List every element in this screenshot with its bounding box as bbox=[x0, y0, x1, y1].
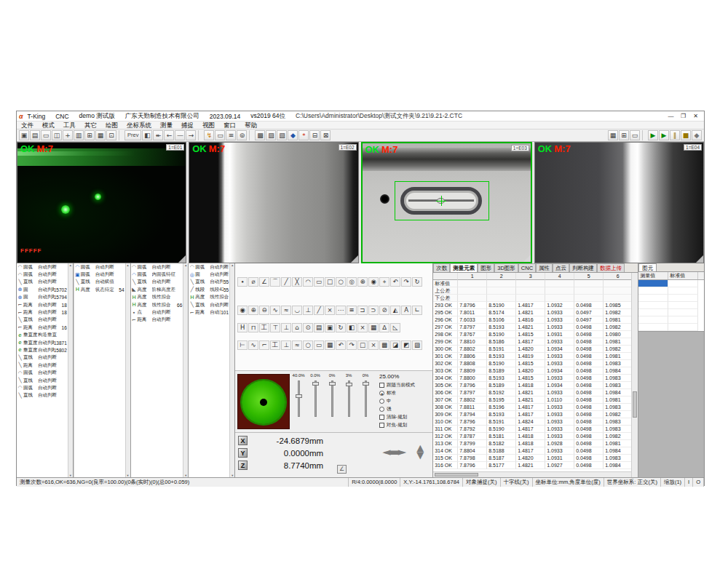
search-icon[interactable]: ⊚ bbox=[237, 130, 247, 140]
window-split-icon[interactable]: ◫ bbox=[52, 130, 62, 140]
table-row[interactable]: 303 OK7.88098.51891.48201.09340.04981.09… bbox=[433, 367, 631, 375]
tool-icon[interactable]: ↷ bbox=[347, 340, 357, 350]
close-button[interactable]: ✕ bbox=[689, 111, 702, 121]
camera-view-1[interactable]: OK M:7 1=E01 FFFFF bbox=[17, 142, 186, 263]
tool-icon[interactable]: ↻ bbox=[412, 277, 422, 287]
table-row[interactable]: 302 OK7.88088.51901.48151.09330.04981.09… bbox=[433, 360, 631, 367]
column-header[interactable]: 1 bbox=[458, 273, 487, 280]
tool-icon[interactable]: ▭ bbox=[314, 277, 324, 287]
tool-icon[interactable]: ⊖ bbox=[259, 306, 269, 315]
scrollbar-thumb[interactable] bbox=[633, 391, 637, 418]
table-row[interactable]: 297 OK7.87978.51931.48211.09330.04981.09… bbox=[433, 324, 631, 331]
pattern-icon[interactable]: ▩ bbox=[255, 130, 265, 140]
rewind-icon[interactable]: ↞ bbox=[153, 130, 163, 140]
slider-track[interactable] bbox=[314, 380, 317, 417]
table-row[interactable]: 298 OK7.87678.51901.48151.09310.04981.09… bbox=[433, 331, 631, 338]
table-row[interactable]: 307 OK7.88028.51951.48211.01100.04981.09… bbox=[433, 396, 631, 404]
table-row[interactable]: 299 OK7.88108.51861.48171.09330.04981.09… bbox=[433, 338, 631, 346]
feature-row[interactable]: ⌐距离自动判断101 bbox=[189, 308, 229, 316]
table-row[interactable]: 293 OK7.87968.51901.48171.09320.04981.09… bbox=[433, 302, 631, 309]
table-row[interactable]: 300 OK7.88028.51911.48201.09340.04981.09… bbox=[433, 346, 631, 353]
diamond-icon[interactable]: ◆ bbox=[288, 130, 298, 140]
stop-icon[interactable]: ■ bbox=[681, 130, 691, 140]
status-segment[interactable]: O bbox=[693, 478, 704, 487]
target-icon[interactable]: ⊡ bbox=[106, 130, 116, 140]
feature-row[interactable]: ◠圆弧自动判断 bbox=[74, 263, 125, 271]
checkbox-icon[interactable] bbox=[379, 415, 384, 420]
ring-light-control[interactable] bbox=[237, 374, 290, 429]
tool-icon[interactable]: ⊃ bbox=[368, 306, 379, 315]
feature-row[interactable]: ╲直线自动判断 bbox=[17, 392, 68, 399]
tool-icon[interactable]: ◉ bbox=[368, 277, 379, 287]
checkbox-icon[interactable] bbox=[379, 383, 384, 388]
grid-icon[interactable]: ▥ bbox=[74, 130, 84, 140]
feature-row[interactable]: ⌐距离自动判断16 bbox=[17, 324, 68, 331]
z-jog-button[interactable]: ∠ bbox=[337, 465, 347, 474]
tool-icon[interactable]: ∿ bbox=[248, 340, 258, 350]
feature-row[interactable]: ⊕圆自动判断15702 bbox=[17, 286, 68, 293]
prev-button[interactable]: Prev bbox=[124, 130, 141, 140]
light-option[interactable]: 清除-规划 bbox=[379, 413, 432, 421]
tool-icon[interactable]: ↻ bbox=[336, 323, 346, 332]
tool-icon[interactable]: × bbox=[325, 306, 335, 315]
light-option[interactable]: 跟随当前模式 bbox=[379, 381, 432, 389]
feature-row[interactable]: ◣高度阶梯高度差 bbox=[131, 286, 183, 293]
tool-icon[interactable]: ○ bbox=[303, 340, 313, 350]
feature-row[interactable]: e垂直度自动判断15802 bbox=[17, 346, 68, 354]
feature-row[interactable]: ╲直线自动判断55 bbox=[189, 279, 229, 286]
table-icon[interactable]: ▦ bbox=[95, 130, 106, 140]
slider-track[interactable] bbox=[298, 380, 300, 417]
menu-item-坐标系统[interactable]: 坐标系统 bbox=[122, 121, 156, 129]
tool-icon[interactable]: ○ bbox=[336, 277, 346, 287]
column-header[interactable] bbox=[433, 273, 458, 280]
tool-icon[interactable]: ∿ bbox=[270, 306, 280, 315]
feature-row[interactable]: ◠圆弧自动判断 bbox=[131, 263, 183, 271]
list-scrollbar[interactable] bbox=[68, 263, 73, 477]
table-row[interactable]: 301 OK7.88068.51931.48191.09330.04981.09… bbox=[433, 353, 631, 360]
tool-icon[interactable]: ⌖ bbox=[379, 277, 389, 287]
table-row[interactable]: 312 OK7.87878.51811.48181.09330.04981.09… bbox=[433, 433, 631, 440]
tool-icon[interactable]: ◩ bbox=[401, 340, 411, 350]
table-row[interactable]: 316 OK7.87968.51771.48211.09270.04981.09… bbox=[433, 462, 631, 469]
feature-row[interactable]: H高度线性拟合66 bbox=[131, 301, 183, 308]
menu-item-工具[interactable]: 工具 bbox=[59, 121, 80, 129]
resize-handle-icon[interactable] bbox=[178, 255, 186, 263]
status-segment[interactable]: 测量次数=616,OK=636,NG=0(良率=100.00)(0条(实时)(0… bbox=[17, 478, 349, 487]
tool-icon[interactable]: × bbox=[368, 340, 379, 350]
list-scrollbar[interactable] bbox=[125, 263, 130, 477]
feature-row[interactable]: H高度状态待定54 bbox=[74, 286, 125, 293]
tool-icon[interactable]: ∆ bbox=[379, 323, 389, 332]
menu-item-模式[interactable]: 模式 bbox=[38, 121, 59, 129]
run-all-icon[interactable]: ▶ bbox=[659, 130, 669, 140]
report-icon[interactable]: ▦ bbox=[608, 130, 618, 140]
mini-row[interactable] bbox=[638, 316, 704, 324]
table-row[interactable]: 306 OK7.87978.51921.48211.09330.04981.09… bbox=[433, 389, 631, 396]
table-row[interactable]: 314 OK7.88048.51881.48171.09330.04981.09… bbox=[433, 447, 631, 455]
tool-icon[interactable]: □ bbox=[325, 277, 335, 287]
tool-icon[interactable]: ⌒ bbox=[270, 277, 280, 287]
tool-icon[interactable]: ⊥ bbox=[281, 323, 291, 332]
tool-icon[interactable]: × bbox=[357, 323, 368, 332]
camera-view-3-selected[interactable]: OK M:7 1=E03 bbox=[361, 142, 532, 263]
radio-icon[interactable]: ● bbox=[379, 391, 384, 396]
tool-icon[interactable]: ⊕ bbox=[248, 306, 258, 315]
status-segment[interactable]: 对象捕捉(关) bbox=[463, 478, 501, 487]
add-icon[interactable]: + bbox=[63, 130, 73, 140]
feature-row[interactable]: ╲直线自动判断 bbox=[189, 301, 229, 308]
hatch2-icon[interactable]: ▧ bbox=[277, 130, 287, 140]
status-segment[interactable]: 缩放(1) bbox=[661, 478, 685, 487]
tool-icon[interactable]: ◉ bbox=[237, 306, 248, 315]
star-icon[interactable]: ＊ bbox=[298, 130, 309, 140]
table-row[interactable]: 295 OK7.80118.51741.48211.09330.04971.09… bbox=[433, 309, 631, 316]
resize-handle-icon[interactable] bbox=[351, 255, 358, 263]
close-box-icon[interactable]: ⊠ bbox=[320, 130, 331, 140]
tool-icon[interactable]: ⊥ bbox=[281, 340, 291, 350]
tool-icon[interactable]: ↶ bbox=[336, 340, 346, 350]
table-row[interactable]: 309 OK7.87948.51931.48171.09330.04981.09… bbox=[433, 411, 631, 418]
tool-icon[interactable]: ▣ bbox=[325, 323, 335, 332]
tool-icon[interactable]: ⊥ bbox=[303, 306, 313, 315]
tool-icon[interactable]: ▦ bbox=[325, 340, 335, 350]
dash-icon[interactable]: — bbox=[175, 130, 185, 140]
table-row[interactable]: 315 OK7.87988.51871.48201.09310.04981.09… bbox=[433, 455, 631, 462]
camera-view-4[interactable]: OK M:7 1=E04 bbox=[534, 142, 704, 263]
